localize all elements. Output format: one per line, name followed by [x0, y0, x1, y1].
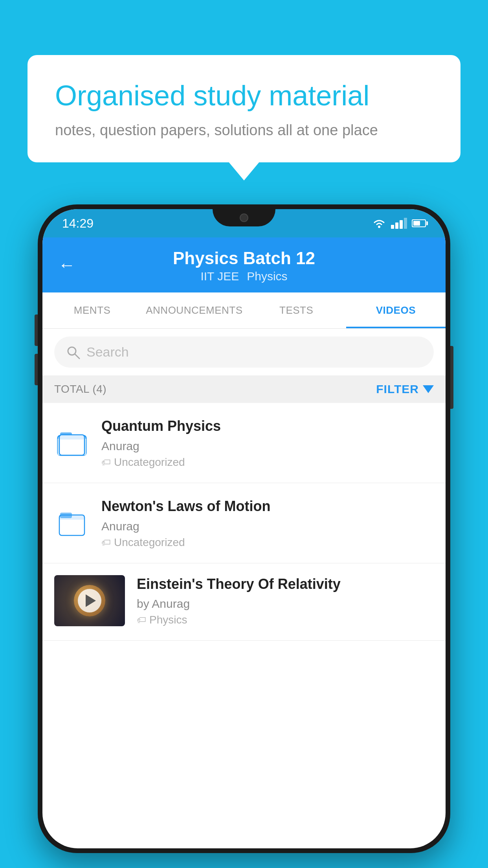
phone-screen: 14:29 — [42, 209, 446, 848]
app-header: ← Physics Batch 12 IIT JEE Physics — [42, 237, 446, 292]
svg-point-0 — [378, 226, 380, 228]
notch — [213, 209, 275, 226]
svg-rect-6 — [59, 435, 84, 440]
tab-tests[interactable]: TESTS — [247, 292, 346, 328]
folder-icon — [54, 425, 90, 460]
video-tag: 🏷 Uncategorized — [101, 536, 434, 549]
tag-icon: 🏷 — [101, 537, 111, 548]
tabs-container: MENTS ANNOUNCEMENTS TESTS VIDEOS — [42, 292, 446, 329]
tab-announcements[interactable]: ANNOUNCEMENTS — [142, 292, 246, 328]
phone-wrapper: 14:29 — [38, 204, 450, 853]
bubble-title: Organised study material — [55, 79, 433, 112]
filter-icon — [423, 385, 434, 393]
back-button[interactable]: ← — [58, 255, 75, 275]
video-info: Einstein's Theory Of Relativity by Anura… — [137, 575, 434, 627]
video-author: Anurag — [101, 520, 434, 533]
video-title: Newton's Laws of Motion — [101, 497, 434, 516]
search-input[interactable]: Search — [86, 344, 129, 360]
video-tag: 🏷 Uncategorized — [101, 456, 434, 469]
status-icons — [372, 218, 426, 229]
header-category: IIT JEE — [200, 270, 239, 283]
status-time: 14:29 — [62, 216, 94, 231]
search-container: Search — [42, 329, 446, 375]
tag-icon: 🏷 — [101, 457, 111, 468]
header-subject: Physics — [247, 270, 287, 283]
speech-bubble: Organised study material notes, question… — [28, 55, 460, 162]
volume-up-button[interactable] — [35, 314, 38, 346]
video-author: Anurag — [101, 440, 434, 453]
video-thumbnail — [54, 575, 125, 626]
folder-icon — [54, 505, 90, 541]
tab-assignments[interactable]: MENTS — [42, 292, 142, 328]
header-title: Physics Batch 12 — [173, 248, 315, 268]
list-item[interactable]: Newton's Laws of Motion Anurag 🏷 Uncateg… — [42, 483, 446, 563]
video-title: Einstein's Theory Of Relativity — [137, 575, 434, 594]
tab-videos[interactable]: VIDEOS — [346, 292, 446, 328]
search-box[interactable]: Search — [54, 337, 434, 368]
wifi-icon — [372, 218, 386, 229]
status-bar: 14:29 — [42, 209, 446, 237]
svg-rect-9 — [60, 513, 72, 518]
signal-strength-icon — [391, 218, 407, 229]
video-info: Newton's Laws of Motion Anurag 🏷 Uncateg… — [101, 497, 434, 549]
list-item[interactable]: Einstein's Theory Of Relativity by Anura… — [42, 563, 446, 641]
phone-outer: 14:29 — [38, 204, 450, 853]
filter-row: TOTAL (4) FILTER — [42, 375, 446, 403]
video-author: by Anurag — [137, 597, 434, 611]
front-camera — [240, 213, 248, 222]
video-tag: 🏷 Physics — [137, 614, 434, 626]
video-list: Quantum Physics Anurag 🏷 Uncategorized — [42, 403, 446, 641]
search-icon — [66, 345, 80, 359]
power-button[interactable] — [450, 346, 453, 409]
header-subtitle: IIT JEE Physics — [200, 270, 287, 283]
speech-bubble-container: Organised study material notes, question… — [28, 55, 460, 162]
play-icon — [86, 594, 96, 607]
battery-icon — [412, 219, 426, 227]
volume-down-button[interactable] — [35, 354, 38, 385]
filter-button[interactable]: FILTER — [376, 383, 434, 396]
list-item[interactable]: Quantum Physics Anurag 🏷 Uncategorized — [42, 403, 446, 483]
video-info: Quantum Physics Anurag 🏷 Uncategorized — [101, 417, 434, 469]
total-count: TOTAL (4) — [54, 383, 106, 395]
bubble-subtitle: notes, question papers, solutions all at… — [55, 122, 433, 139]
video-title: Quantum Physics — [101, 417, 434, 436]
svg-line-2 — [75, 354, 79, 359]
play-button[interactable] — [78, 589, 101, 612]
tag-icon: 🏷 — [137, 614, 146, 625]
